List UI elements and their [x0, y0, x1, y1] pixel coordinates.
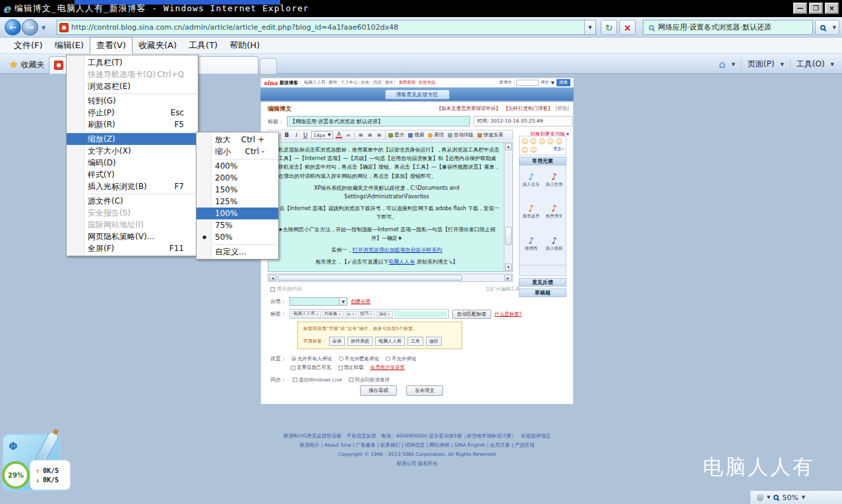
tag-chip[interactable]: 360×: [376, 311, 393, 318]
view-menu-item[interactable]: 缩放(Z) ▶: [67, 133, 198, 145]
menu-bar-item[interactable]: 工具(T): [183, 38, 224, 53]
suggested-tag-button[interactable]: 操作系统: [347, 337, 373, 346]
view-menu-item[interactable]: 插入光标浏览(B) F7 ▶: [67, 181, 198, 192]
comment-radio-option[interactable]: 允许所有人评论: [291, 356, 332, 362]
blog-search-input[interactable]: [516, 80, 539, 86]
view-menu-item[interactable]: 网页隐私策略(V)... ▶: [67, 231, 198, 242]
sidebar-bar-button[interactable]: 意见反馈: [519, 278, 566, 287]
page-dropdown-icon[interactable]: ▼: [780, 62, 783, 67]
view-menu-item[interactable]: 刷新(R) F5 ▶: [67, 119, 198, 130]
blog-search-button[interactable]: 搜索: [556, 79, 570, 86]
search-go-button[interactable]: [815, 20, 831, 35]
auto-tag-button[interactable]: 自动匹配标签: [452, 310, 491, 319]
page-menu-button[interactable]: 页面(P): [748, 59, 775, 70]
align-left-icon[interactable]: ≡: [357, 132, 364, 138]
emoticon-icon[interactable]: ☺: [547, 138, 555, 146]
stop-button[interactable]: ×: [619, 20, 636, 35]
underline-icon[interactable]: U: [302, 132, 309, 138]
menu-bar-item[interactable]: 查看(V): [90, 37, 133, 54]
view-menu-item[interactable]: 样式(Y) ▶: [67, 169, 198, 181]
tags-box[interactable]: 电脑人人有×刘金鑫×ie×技巧×360×: [289, 309, 449, 319]
nav-link[interactable]: 邮件: [327, 80, 339, 86]
view-menu-item[interactable]: 停止(P) Esc ▶: [67, 107, 198, 119]
back-button[interactable]: ←: [5, 19, 21, 36]
remove-tag-icon[interactable]: ×: [351, 312, 355, 317]
tag-chip[interactable]: 刘金鑫×: [322, 311, 344, 318]
suggested-tag-button[interactable]: 微软: [426, 337, 442, 346]
emoticon-icon[interactable]: ☺: [529, 138, 537, 146]
view-menu-item[interactable]: 编码(D) ▶: [67, 157, 198, 169]
align-center-icon[interactable]: ≡: [367, 132, 373, 138]
zoom-submenu-item[interactable]: 缩小 Ctrl - ▶: [196, 146, 278, 157]
publish-button[interactable]: 发布博文: [406, 385, 443, 396]
zoom-submenu-item[interactable]: 75% ▶: [196, 219, 278, 231]
suggested-tag-button[interactable]: 工具: [407, 337, 423, 346]
sidebar-tool-item[interactable]: ♪股票走势: [523, 204, 540, 227]
font-color-icon[interactable]: A: [336, 132, 342, 138]
view-menu-item[interactable]: 转到(G) ▶: [67, 95, 198, 107]
create-category-link[interactable]: 创建分类: [351, 298, 371, 305]
close-button[interactable]: ×: [825, 3, 839, 14]
tag-input[interactable]: [394, 311, 448, 318]
address-dropdown-icon[interactable]: ▼: [584, 20, 595, 34]
search-options-icon[interactable]: ▼: [830, 20, 839, 35]
menu-bar-item[interactable]: 收藏夹(A): [133, 38, 183, 53]
scroll-left-icon[interactable]: ◀: [269, 275, 276, 281]
scroll-up-icon[interactable]: ▲: [505, 143, 512, 150]
new-tab-stub[interactable]: [260, 58, 277, 74]
example-link[interactable]: 打开浏览器弹出加载项自启提示框系列: [353, 247, 442, 253]
editor-toolbar-button[interactable]: 视频: [408, 132, 424, 138]
editor-toolbar-button[interactable]: 快速发表: [477, 132, 503, 138]
save-draft-button[interactable]: 保存草稿: [360, 385, 397, 396]
history-dropdown-icon[interactable]: ▼: [42, 25, 45, 31]
post-title-input[interactable]: [287, 116, 470, 126]
minimize-button[interactable]: —: [793, 3, 807, 14]
sidebar-tool-item[interactable]: ♪插入投票: [546, 172, 563, 196]
nav-link[interactable]: 个人中心: [339, 80, 359, 86]
nav-link[interactable]: 退出: [383, 80, 395, 86]
address-field[interactable]: ▼: [57, 20, 596, 35]
status-dropdown-icon[interactable]: ▼: [767, 495, 770, 500]
hot-blog-link[interactable]: 【怎样打造热门博客】: [503, 105, 553, 112]
bold-icon[interactable]: B: [284, 132, 290, 138]
remove-tag-icon[interactable]: ×: [369, 312, 373, 317]
editor-vscrollbar[interactable]: ▲ ▼: [504, 142, 512, 271]
nav-link[interactable]: 好友: [359, 80, 371, 86]
help-link[interactable]: [帮助]: [555, 105, 569, 112]
search-box[interactable]: [643, 20, 813, 35]
editor-toolbar-button[interactable]: 自动排版: [448, 132, 473, 138]
emoticon-icon[interactable]: ☺: [555, 138, 563, 146]
tools-dropdown-icon[interactable]: ▼: [831, 62, 834, 67]
remove-tag-icon[interactable]: ×: [338, 312, 341, 317]
sidebar-tool-item[interactable]: ♪相关博文: [546, 204, 563, 227]
what-is-tag-link[interactable]: 什么是标签?: [495, 311, 522, 318]
zoom-submenu-item[interactable]: 200% ▶: [196, 172, 278, 184]
sync-checkbox-option[interactable]: 通知Windows Live: [293, 377, 342, 383]
member-sofa-link[interactable]: 会员抢沙发设置: [371, 364, 406, 371]
visibility-checkbox-option[interactable]: 文章仅自己可见: [291, 364, 332, 371]
zoom-lens-icon[interactable]: [773, 495, 779, 500]
view-menu-item[interactable]: 源文件(C) ▶: [67, 195, 198, 207]
tools-menu-button[interactable]: 工具(O): [797, 59, 825, 70]
forward-button[interactable]: →: [22, 19, 38, 36]
report-link[interactable]: 【如本文遭恶意举报请申诉】: [436, 105, 501, 112]
emoticon-icon[interactable]: ☺: [529, 146, 537, 154]
feedback-banner-button[interactable]: 博客意见反馈专区: [385, 90, 450, 99]
view-menu-item[interactable]: 浏览器栏(E) ▶: [67, 80, 198, 92]
nav-link[interactable]: 电脑人人有: [303, 80, 328, 86]
sidebar-bar-button[interactable]: 草稿箱: [519, 289, 566, 297]
view-menu-item[interactable]: 文字大小(X) ▶: [67, 145, 198, 157]
editor-hscrollbar[interactable]: ◀ ▶: [268, 273, 513, 282]
traffic-monitor-widget[interactable]: Φ 29% ↑0K/S ↓0K/S: [2, 434, 60, 491]
nav-link[interactable]: 消息: [371, 80, 383, 86]
view-menu-item[interactable]: 快速导航选项卡(Q) Ctrl+Q ▶: [67, 69, 198, 80]
visibility-checkbox-option[interactable]: 禁止转载: [338, 364, 364, 371]
menu-bar-item[interactable]: 文件(F): [8, 38, 49, 53]
sync-checkbox-option[interactable]: 同步到新浪微博: [349, 377, 390, 383]
url-input[interactable]: [71, 23, 584, 32]
view-menu-item[interactable]: 全屏(F) F11 ▶: [67, 242, 198, 254]
sidebar-tool-item[interactable]: ♪插入模板: [546, 236, 563, 260]
editor-toolbar-button[interactable]: 表情: [428, 132, 444, 138]
home-dropdown-icon[interactable]: ▼: [731, 62, 735, 67]
tag-chip[interactable]: ie×: [345, 311, 357, 318]
